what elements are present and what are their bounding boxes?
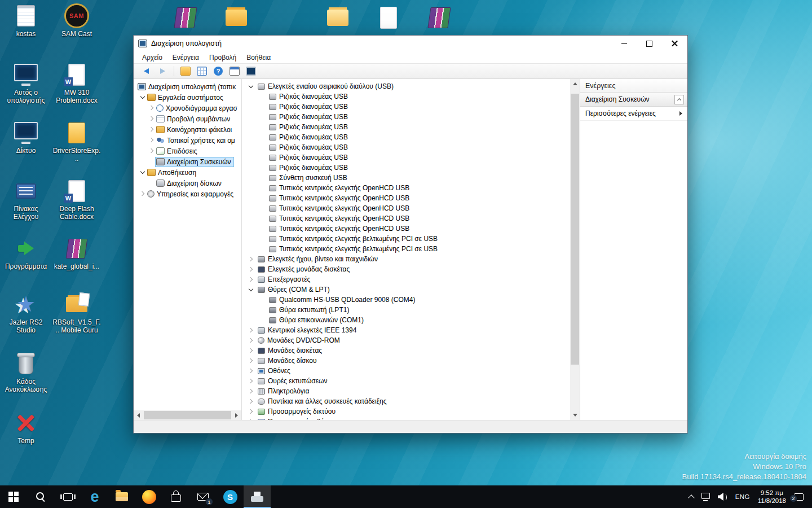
collapse-section-button[interactable]	[674, 95, 684, 104]
more-actions-item[interactable]: Περισσότερες ενέργειες	[580, 107, 687, 121]
desktop-icon[interactable]: WMW 310 Problem.docx	[52, 62, 102, 104]
device-row[interactable]: Προσαρμογείς δικτύου	[242, 406, 570, 417]
device-row[interactable]: Ποντίκια και άλλες συσκευές κατάδειξης	[242, 396, 570, 406]
chevron-right-icon[interactable]	[248, 347, 255, 354]
scroll-right-button[interactable]	[232, 410, 241, 420]
device-row[interactable]: Ελεγκτές ήχου, βίντεο και παιχνιδιών	[242, 254, 570, 264]
device-row[interactable]: Θύρες (COM & LPT)	[242, 284, 570, 295]
desktop-icon[interactable]: Κάδος Ανακύκλωσης	[1, 351, 51, 393]
chevron-down-icon[interactable]	[248, 83, 255, 90]
tree-item[interactable]: Διαχείριση Συσκευών	[134, 156, 241, 167]
close-button[interactable]	[662, 36, 687, 51]
chevron-right-icon[interactable]	[248, 367, 255, 375]
chevron-right-icon[interactable]	[139, 190, 147, 198]
device-row[interactable]: Τυπικός κεντρικός ελεγκτής OpenHCD USB	[242, 224, 570, 234]
desktop-icon[interactable]: Πίνακας Ελέγχου	[1, 178, 51, 221]
tree-item[interactable]: Χρονοδιάγραμμα εργασ	[134, 103, 241, 113]
tray-overflow-button[interactable]	[685, 485, 698, 508]
folder-icon[interactable]	[219, 5, 254, 30]
menu-item[interactable]: Προβολή	[204, 52, 241, 63]
device-row[interactable]: Οθόνες	[242, 366, 570, 376]
chevron-right-icon[interactable]	[248, 418, 255, 421]
mail-taskbar-button[interactable]: 1	[189, 485, 217, 508]
device-vertical-scrollbar[interactable]	[570, 79, 580, 420]
desktop-icon[interactable]: Προγράμματα	[1, 236, 51, 270]
chevron-down-icon[interactable]	[139, 169, 147, 176]
desktop-icon[interactable]: WDeep Flash Cable.docx	[52, 178, 102, 221]
tree-item[interactable]: Εργαλεία συστήματος	[134, 92, 241, 103]
edge-taskbar-button[interactable]: e	[81, 485, 108, 508]
device-row[interactable]: Μονάδες δισκέτας	[242, 345, 570, 356]
chevron-right-icon[interactable]	[148, 137, 156, 144]
window-view-button[interactable]	[228, 65, 241, 77]
device-row[interactable]: Ριζικός διανομέας USB	[242, 91, 570, 102]
language-indicator[interactable]: ENG	[731, 485, 754, 508]
device-row[interactable]: Μονάδες δίσκου	[242, 356, 570, 366]
desktop-icon[interactable]: RBSoft_V1.5_F... Mobile Guru	[52, 292, 102, 334]
menu-item[interactable]: Αρχείο	[137, 52, 167, 63]
chevron-right-icon[interactable]	[248, 327, 255, 334]
chevron-right-icon[interactable]	[248, 337, 255, 344]
desktop-icon[interactable]: SAMSAM Cast	[52, 3, 102, 38]
scroll-down-button[interactable]	[570, 410, 580, 420]
device-row[interactable]: Τυπικός κεντρικός ελεγκτής βελτιωμένης P…	[242, 234, 570, 244]
chevron-right-icon[interactable]	[248, 256, 255, 263]
desktop-icon[interactable]: kostas	[1, 3, 51, 38]
chevron-right-icon[interactable]	[248, 398, 255, 405]
device-row[interactable]: Τυπικός κεντρικός ελεγκτής OpenHCD USB	[242, 213, 570, 224]
task-view-button[interactable]	[54, 485, 81, 508]
start-button[interactable]	[0, 485, 27, 508]
winrar-archive-icon[interactable]	[422, 5, 457, 30]
menu-item[interactable]: Ενέργεια	[167, 52, 204, 63]
desktop-icon[interactable]: Αυτός ο υπολογιστής	[1, 62, 51, 104]
scrollbar-thumb[interactable]	[571, 94, 579, 365]
device-row[interactable]: Προσαρμογείς οθόνης	[242, 417, 570, 420]
notification-center-button[interactable]: 2	[790, 485, 807, 508]
device-row[interactable]: Σύνθετη συσκευή USB	[242, 173, 570, 183]
chevron-right-icon[interactable]	[248, 266, 255, 273]
tree-item[interactable]: Υπηρεσίες και εφαρμογές	[134, 189, 241, 199]
store-taskbar-button[interactable]	[162, 485, 189, 508]
chevron-right-icon[interactable]	[248, 388, 255, 395]
desktop-icon[interactable]: Jazler RS2 Studio	[1, 292, 51, 334]
skype-taskbar-button[interactable]: S	[217, 485, 244, 508]
menu-item[interactable]: Βοήθεια	[241, 52, 276, 63]
scroll-up-button[interactable]	[570, 79, 580, 89]
chevron-right-icon[interactable]	[148, 126, 156, 133]
help-button[interactable]: ?	[211, 65, 225, 77]
device-row[interactable]: Ριζικός διανομέας USB	[242, 142, 570, 152]
search-button[interactable]	[27, 485, 54, 508]
device-row[interactable]: Θύρα εκτυπωτή (LPT1)	[242, 305, 570, 315]
device-row[interactable]: Ριζικός διανομέας USB	[242, 102, 570, 112]
scrollbar-thumb[interactable]	[144, 411, 231, 419]
actions-section-device-manager[interactable]: Διαχείριση Συσκευών	[580, 93, 687, 107]
device-row[interactable]: Τυπικός κεντρικός ελεγκτής OpenHCD USB	[242, 193, 570, 203]
device-row[interactable]: Ελεγκτές ενιαίου σειριακού διαύλου (USB)	[242, 81, 570, 91]
device-row[interactable]: Qualcomm HS-USB QDLoader 9008 (COM4)	[242, 295, 570, 305]
volume-tray-button[interactable]	[714, 485, 731, 508]
printer-app-taskbar-button[interactable]	[244, 485, 271, 508]
back-button[interactable]	[139, 65, 153, 77]
device-row[interactable]: Ελεγκτές μονάδας δισκέτας	[242, 264, 570, 274]
device-row[interactable]: Κεντρικοί ελεγκτές IEEE 1394	[242, 325, 570, 335]
remote-computer-button[interactable]	[244, 65, 258, 77]
tree-item[interactable]: Επιδόσεις	[134, 146, 241, 156]
device-row[interactable]: Τυπικός κεντρικός ελεγκτής OpenHCD USB	[242, 203, 570, 213]
firefox-taskbar-button[interactable]	[135, 485, 162, 508]
tree-item[interactable]: Διαχείριση υπολογιστή (τοπικ	[134, 81, 241, 92]
chevron-right-icon[interactable]	[148, 147, 156, 155]
chevron-right-icon[interactable]	[148, 104, 156, 112]
device-row[interactable]: Μονάδες DVD/CD-ROM	[242, 335, 570, 345]
tree-horizontal-scrollbar[interactable]	[134, 410, 241, 420]
chevron-right-icon[interactable]	[148, 115, 156, 122]
show-console-tree-button[interactable]	[179, 65, 192, 77]
clock[interactable]: 9:52 πμ 11/8/2018	[754, 485, 790, 508]
winrar-archive-icon[interactable]	[168, 5, 203, 30]
tree-item[interactable]: Προβολή συμβάντων	[134, 113, 241, 124]
forward-button[interactable]	[156, 65, 169, 77]
minimize-button[interactable]	[611, 36, 637, 51]
device-row[interactable]: Επεξεργαστές	[242, 274, 570, 284]
desktop-icon[interactable]: Δίκτυο	[1, 120, 51, 155]
maximize-button[interactable]	[637, 36, 662, 51]
scroll-left-button[interactable]	[134, 410, 143, 420]
